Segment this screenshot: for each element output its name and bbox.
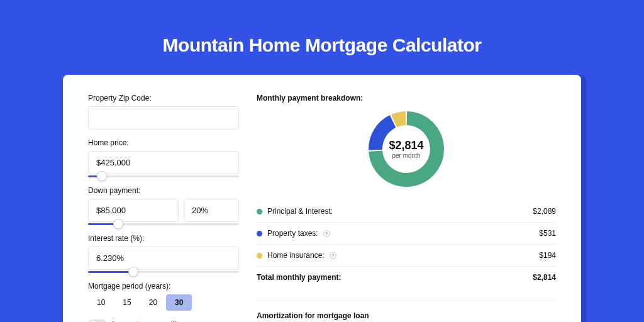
interest-slider[interactable] (88, 271, 239, 273)
info-icon[interactable]: ? (330, 252, 336, 259)
legend-swatch (257, 231, 262, 236)
donut-chart: $2,814 per month (367, 110, 445, 188)
legend-left: Principal & Interest: (257, 207, 333, 216)
inputs-column: Property Zip Code: Home price: Down paym… (88, 94, 239, 322)
page-title: Mountain Home Mortgage Calculator (0, 0, 644, 75)
legend-label: Principal & Interest: (267, 207, 333, 216)
veteran-toggle[interactable] (88, 319, 107, 322)
legend-row: Principal & Interest:$2,089 (257, 201, 556, 223)
donut-period: per month (392, 152, 420, 159)
legend-total-label: Total monthly payment: (257, 273, 341, 282)
breakdown-title: Monthly payment breakdown: (257, 94, 556, 103)
donut-wrap: $2,814 per month (257, 105, 556, 201)
interest-slider-thumb[interactable] (128, 267, 138, 277)
donut-center: $2,814 per month (367, 110, 445, 188)
legend-value: $2,089 (533, 207, 556, 216)
legend-row: Property taxes:?$531 (257, 223, 556, 245)
legend-total-row: Total monthly payment: $2,814 (257, 267, 556, 288)
legend-swatch (257, 253, 262, 258)
down-payment-percent-input[interactable] (184, 199, 239, 222)
legend-value: $194 (539, 251, 556, 260)
period-option-20[interactable]: 20 (140, 294, 166, 311)
period-label: Mortgage period (years): (88, 282, 239, 291)
home-price-input[interactable] (88, 151, 239, 174)
info-icon[interactable]: ? (323, 230, 330, 237)
amortization-title: Amortization for mortgage loan (257, 311, 556, 320)
legend-left: Home insurance:? (257, 251, 336, 260)
period-option-10[interactable]: 10 (88, 294, 114, 311)
home-price-slider-thumb[interactable] (97, 171, 107, 181)
period-options: 10152030 (88, 294, 239, 311)
veteran-toggle-row: I am veteran or military (88, 319, 239, 322)
down-payment-slider[interactable] (88, 223, 239, 225)
legend-label: Property taxes: (267, 229, 318, 238)
home-price-slider[interactable] (88, 175, 239, 177)
down-payment-field-group: Down payment: (88, 186, 239, 225)
legend-row: Home insurance:?$194 (257, 245, 556, 267)
legend-value: $531 (539, 229, 556, 238)
legend-swatch (257, 209, 262, 214)
home-price-field-group: Home price: (88, 138, 239, 177)
zip-input[interactable] (88, 106, 239, 130)
home-price-label: Home price: (88, 138, 239, 147)
interest-field-group: Interest rate (%): (88, 234, 239, 273)
legend-rows: Principal & Interest:$2,089Property taxe… (257, 201, 556, 267)
interest-label: Interest rate (%): (88, 234, 239, 243)
period-option-15[interactable]: 15 (114, 294, 140, 311)
amortization-block: Amortization for mortgage loan Amortizat… (257, 301, 556, 322)
legend-left: Property taxes:? (257, 229, 330, 238)
period-field-group: Mortgage period (years): 10152030 (88, 282, 239, 311)
zip-label: Property Zip Code: (88, 94, 239, 103)
interest-slider-fill (88, 271, 133, 273)
down-payment-label: Down payment: (88, 186, 239, 195)
legend-label: Home insurance: (267, 251, 325, 260)
zip-field-group: Property Zip Code: (88, 94, 239, 130)
interest-input[interactable] (88, 247, 239, 270)
period-option-30[interactable]: 30 (166, 294, 192, 311)
breakdown-column: Monthly payment breakdown: $2,814 per mo… (257, 94, 556, 322)
donut-amount: $2,814 (389, 139, 423, 152)
calculator-card: Property Zip Code: Home price: Down paym… (63, 75, 581, 322)
legend-total-value: $2,814 (533, 273, 556, 282)
down-payment-slider-thumb[interactable] (113, 219, 123, 229)
down-payment-amount-input[interactable] (88, 199, 179, 222)
